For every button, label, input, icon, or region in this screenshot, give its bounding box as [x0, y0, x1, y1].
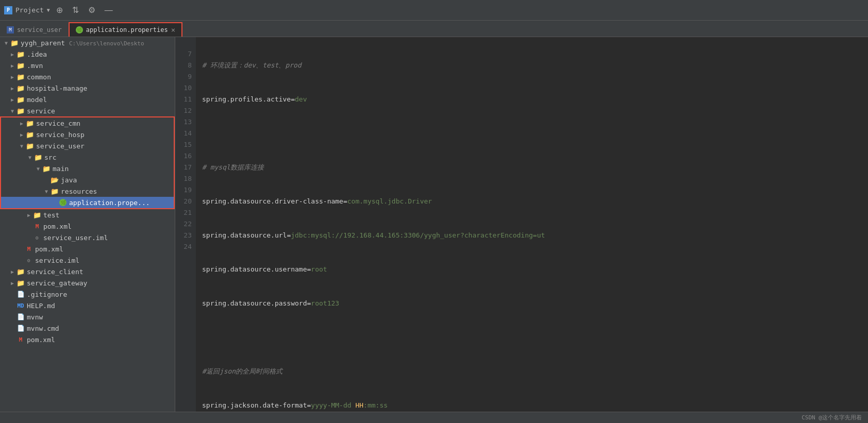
- pom-root-label: pom.xml: [27, 336, 55, 344]
- model-folder-icon: 📁: [16, 95, 25, 104]
- editor-content[interactable]: 7 8 9 10 11 12 13 14 15 16 17 18 19 20 2…: [175, 37, 868, 412]
- test-arrow: ▶: [25, 211, 33, 219]
- pom-user-label: pom.xml: [43, 223, 72, 230]
- editor-area: 7 8 9 10 11 12 13 14 15 16 17 18 19 20 2…: [175, 37, 868, 412]
- service-client-arrow: ▶: [8, 267, 16, 276]
- tree-item-service-hosp[interactable]: ▶ 📁 service_hosp: [1, 129, 174, 140]
- tab-service-user[interactable]: M service_user: [0, 22, 69, 37]
- main-folder-icon: 📁: [42, 164, 51, 173]
- watermark-text: CSDN @这个名字先用着: [802, 414, 862, 421]
- line-num-18: 18: [179, 173, 192, 184]
- resources-arrow: ▼: [42, 187, 51, 195]
- status-bar: CSDN @这个名字先用着: [0, 412, 868, 423]
- code-lines[interactable]: # 环境设置：dev、test、prod spring.profiles.act…: [196, 37, 868, 412]
- idea-arrow: ▶: [8, 50, 16, 58]
- tree-item-gitignore[interactable]: 📄 .gitignore: [0, 289, 175, 300]
- line-num-11: 11: [179, 94, 192, 105]
- tree-item-java[interactable]: 📂 java: [1, 174, 174, 185]
- project-icon: P: [4, 6, 12, 14]
- gitignore-icon: 📄: [16, 290, 25, 298]
- tree-item-service-cmn[interactable]: ▶ 📁 service_cmn: [1, 117, 174, 129]
- java-label: java: [61, 176, 77, 184]
- resources-folder-icon: 📁: [51, 187, 59, 195]
- mvnw-cmd-label: mvnw.cmd: [27, 325, 59, 332]
- settings-btn[interactable]: ⚙: [85, 4, 98, 16]
- tab-application-properties-label: application.properties: [86, 26, 168, 33]
- code-line-json-comment: #返回json的全局时间格式: [202, 366, 868, 377]
- tab-close-btn[interactable]: ×: [171, 26, 175, 33]
- hospital-manage-arrow: ▶: [8, 84, 16, 92]
- pom-root-icon: M: [16, 335, 25, 344]
- java-folder-icon: 📂: [51, 176, 59, 184]
- line-num-15: 15: [179, 139, 192, 150]
- minimize-btn[interactable]: —: [102, 5, 116, 16]
- idea-label: .idea: [27, 50, 47, 58]
- tree-item-service[interactable]: ▼ 📁 service: [0, 105, 175, 116]
- tree-item-pom-root[interactable]: M pom.xml: [0, 334, 175, 345]
- tree-item-mvnw-cmd[interactable]: 📄 mvnw.cmd: [0, 323, 175, 334]
- tree-item-common[interactable]: ▶ 📁 common: [0, 71, 175, 82]
- tree-item-service-iml[interactable]: ⚙ service.iml: [0, 255, 175, 266]
- tab-application-properties[interactable]: 🌿 application.properties ×: [69, 22, 182, 37]
- tree-item-main[interactable]: ▼ 📁 main: [1, 163, 174, 174]
- tree-item-hospital-manage[interactable]: ▶ 📁 hospital-manage: [0, 82, 175, 94]
- tree-item-service-client[interactable]: ▶ 📁 service_client: [0, 266, 175, 277]
- spring-leaf-icon: 🌿: [59, 199, 66, 206]
- tree-item-pom-service[interactable]: M pom.xml: [0, 243, 175, 255]
- service-user-arrow: ▼: [18, 142, 26, 150]
- line-num-24: 24: [179, 241, 192, 252]
- service-cmn-label: service_cmn: [36, 120, 80, 127]
- main-label: main: [53, 165, 69, 173]
- common-label: common: [27, 73, 51, 81]
- line-num-12: 12: [179, 105, 192, 116]
- hospital-manage-folder-icon: 📁: [16, 84, 25, 92]
- test-label: test: [43, 211, 59, 219]
- service-hosp-folder-icon: 📁: [26, 130, 34, 139]
- tree-item-idea[interactable]: ▶ 📁 .idea: [0, 48, 175, 60]
- service-iml-icon: ⚙: [25, 256, 33, 264]
- tree-item-mvnw[interactable]: 📄 mvnw: [0, 311, 175, 323]
- line-num-21: 21: [179, 207, 192, 218]
- tree-item-pom-user[interactable]: M pom.xml: [0, 221, 175, 232]
- tree-item-test[interactable]: ▶ 📁 test: [0, 209, 175, 221]
- tree-item-application-properties[interactable]: 🌿 application.prope...: [1, 197, 174, 208]
- tree-item-help-md[interactable]: MD HELP.md: [0, 300, 175, 311]
- root-folder-icon: 📁: [10, 39, 19, 47]
- src-folder-icon: 📁: [34, 153, 42, 161]
- sort-btn[interactable]: ⇅: [69, 4, 82, 16]
- line-num-23: 23: [179, 230, 192, 241]
- tree-item-src[interactable]: ▼ 📁 src: [1, 151, 174, 163]
- service-gateway-folder-icon: 📁: [16, 279, 25, 287]
- tree-item-service-gateway[interactable]: ▶ 📁 service_gateway: [0, 277, 175, 289]
- service-iml-label: service.iml: [35, 257, 79, 264]
- mvn-label: .mvn: [27, 62, 43, 70]
- line-num-7: 7: [179, 48, 192, 60]
- tree-item-model[interactable]: ▶ 📁 model: [0, 94, 175, 105]
- line-num-22: 22: [179, 218, 192, 230]
- mvn-folder-icon: 📁: [16, 61, 25, 70]
- code-line-10: spring.datasource.driver-class-name=com.…: [202, 196, 868, 207]
- tree-item-service-user[interactable]: ▼ 📁 service_user: [1, 140, 174, 151]
- hospital-manage-label: hospital-manage: [27, 84, 87, 92]
- service-user-folder-icon: 📁: [26, 142, 34, 150]
- add-module-btn[interactable]: ⊕: [53, 4, 66, 16]
- pom-user-icon: M: [33, 222, 41, 230]
- model-label: model: [27, 96, 47, 104]
- tree-item-service-user-iml[interactable]: ⚙ service_user.iml: [0, 232, 175, 243]
- service-user-tab-icon: M: [7, 26, 14, 33]
- service-folder-icon: 📁: [16, 107, 25, 115]
- title-bar-left: P Project ▼ ⊕ ⇅ ⚙ —: [4, 4, 116, 16]
- tree-root[interactable]: ▼ 📁 yygh_parent C:\Users\lenovo\Deskto: [0, 37, 175, 48]
- sidebar: ▼ 📁 yygh_parent C:\Users\lenovo\Deskto ▶…: [0, 37, 175, 412]
- tree-item-mvn[interactable]: ▶ 📁 .mvn: [0, 60, 175, 71]
- service-hosp-label: service_hosp: [36, 131, 85, 139]
- root-arrow: ▼: [2, 39, 10, 47]
- tree-item-resources[interactable]: ▼ 📁 resources: [1, 185, 174, 197]
- main-arrow: ▼: [34, 164, 42, 173]
- service-client-folder-icon: 📁: [16, 267, 25, 276]
- service-client-label: service_client: [27, 268, 84, 276]
- app-props-label: application.prope...: [69, 199, 150, 207]
- help-md-label: HELP.md: [27, 302, 55, 310]
- title-dropdown-icon[interactable]: ▼: [47, 7, 50, 13]
- resources-label: resources: [61, 188, 97, 195]
